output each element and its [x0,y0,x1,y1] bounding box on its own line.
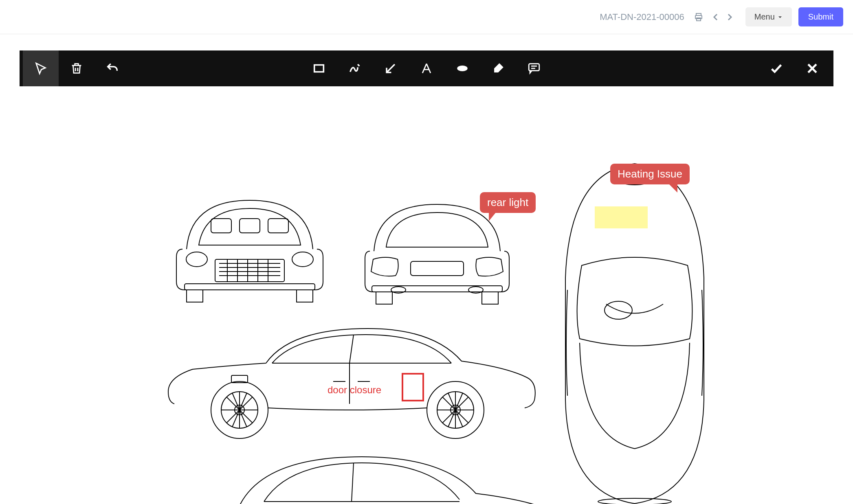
svg-rect-26 [185,284,315,290]
svg-line-4 [387,64,395,72]
comment-tool-button[interactable] [516,50,552,86]
annotation-door-closure-label[interactable]: door closure [328,384,381,396]
delete-tool-button[interactable] [59,50,95,86]
annotation-highlight-hood[interactable] [595,206,648,228]
annotation-toolbar [20,50,833,86]
text-icon [420,61,433,75]
chevron-right-icon [725,12,734,22]
annotation-heating-issue[interactable]: Heating Issue [610,164,690,184]
svg-rect-13 [268,219,288,233]
trash-icon [70,61,84,75]
ellipse-icon [455,61,469,75]
annotation-door-closure-box[interactable] [402,373,424,401]
svg-rect-12 [240,219,260,233]
car-front-view [170,184,329,306]
rectangle-tool-button[interactable] [301,50,337,86]
cursor-icon [34,61,48,75]
text-tool-button[interactable] [409,50,444,86]
document-id: MAT-DN-2021-00006 [600,12,684,22]
printer-icon [694,12,704,22]
arrow-tool-button[interactable] [373,50,409,86]
svg-rect-6 [529,64,539,71]
comment-icon [527,61,541,75]
annotation-label: rear light [487,196,528,208]
car-side-view [162,318,537,440]
svg-rect-3 [314,65,324,72]
undo-tool-button[interactable] [95,50,130,86]
nav-arrow-group [710,11,736,23]
svg-rect-14 [215,259,284,282]
page-header: MAT-DN-2021-00006 Menu Submit [0,0,853,34]
rectangle-icon [312,61,326,75]
toolbar-center-group [301,50,552,86]
svg-point-5 [457,66,468,71]
svg-rect-27 [411,261,464,276]
highlight-tool-button[interactable] [480,50,516,86]
chevron-left-icon [711,12,721,22]
prev-button[interactable] [710,11,722,23]
menu-button[interactable]: Menu [745,7,792,26]
svg-line-31 [350,335,354,363]
caret-down-icon [777,14,783,20]
ellipse-tool-button[interactable] [444,50,480,86]
submit-button[interactable]: Submit [798,7,843,26]
highlighter-icon [491,61,505,75]
draw-tool-button[interactable] [337,50,373,86]
undo-icon [106,61,119,75]
car-side-view-partial [191,445,557,504]
cursor-tool-button[interactable] [23,50,59,86]
svg-point-24 [186,252,207,267]
svg-line-53 [352,463,354,502]
check-icon [769,61,783,75]
svg-point-56 [598,498,671,504]
annotation-rear-light[interactable]: rear light [480,192,536,213]
annotation-canvas[interactable]: rear light Heating Issue door closure [20,86,833,504]
scribble-icon [348,61,362,75]
accept-button[interactable] [758,50,794,86]
arrow-icon [384,61,398,75]
next-button[interactable] [723,11,736,23]
menu-label: Menu [754,12,775,22]
print-button[interactable] [693,11,705,23]
x-icon [805,61,819,75]
annotation-label: Heating Issue [618,168,682,180]
svg-point-25 [292,252,313,267]
close-button[interactable] [794,50,830,86]
svg-rect-11 [211,219,231,233]
